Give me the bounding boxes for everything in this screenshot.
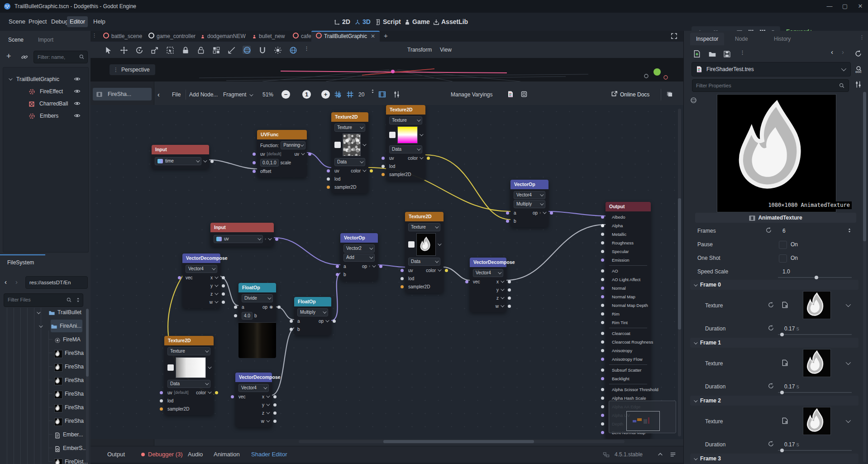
port-out[interactable] [222, 292, 225, 296]
output-port-row[interactable]: w [235, 417, 272, 425]
output-port-row[interactable]: y [182, 282, 220, 290]
node-title[interactable]: Output [606, 202, 651, 211]
save-resource-icon[interactable] [723, 50, 731, 58]
scene-tab-dodgemanNEW[interactable]: dodgemanNEW [200, 31, 246, 42]
viewport-menu-view[interactable]: View [440, 45, 452, 54]
input-select-row[interactable]: time [152, 156, 209, 167]
cursor-icon[interactable] [104, 46, 112, 54]
port-in[interactable] [601, 278, 604, 281]
scene-tab-game_controller[interactable]: game_controller [148, 31, 196, 42]
dropdown-row[interactable]: Texture [164, 347, 214, 356]
output-port-Normal[interactable]: Normal [606, 284, 651, 292]
open-docs-icon[interactable] [854, 65, 863, 73]
prop-value-Frames[interactable]: 6 [782, 226, 786, 235]
dropdown-row[interactable]: Texture [331, 123, 368, 132]
output-port-Normal Map[interactable]: Normal Map [606, 292, 651, 301]
new-resource-icon[interactable] [693, 50, 701, 58]
port-in[interactable] [253, 153, 256, 156]
dropdown-row[interactable]: Texture [386, 116, 425, 125]
section-Frame 2[interactable]: Frame 2 [690, 396, 858, 406]
edit-texture-icon[interactable] [782, 359, 788, 366]
menu-project[interactable]: Project [26, 16, 49, 27]
node-title[interactable]: VectorDecompose [470, 258, 506, 267]
editor-switch-3d[interactable]: 3D [354, 16, 371, 28]
load-resource-icon[interactable] [708, 50, 716, 58]
grid-toggle-icon[interactable] [346, 91, 354, 99]
port-in[interactable] [601, 414, 604, 417]
add-node-menu[interactable]: Add Node... [189, 90, 218, 100]
checkbox-Pause[interactable] [779, 241, 787, 249]
dropdown-row[interactable]: Vector4 [510, 191, 548, 200]
viewport-menu-transform[interactable]: Transform [407, 45, 432, 54]
fs-item-EmberS...[interactable]: EmberS... [54, 442, 89, 454]
node-title[interactable]: Texture2D [405, 212, 444, 221]
port-in[interactable] [601, 405, 604, 408]
port-in[interactable] [382, 165, 385, 168]
history-forward-icon[interactable]: › [842, 48, 844, 56]
shadernode-input-uv[interactable]: Input uv › [210, 223, 274, 247]
inspector-tab-Inspector[interactable]: Inspector [690, 33, 724, 45]
panel-list-icon[interactable] [670, 451, 676, 458]
node-title[interactable]: VectorOp [510, 180, 548, 189]
section-Frame 0[interactable]: Frame 0 [690, 280, 858, 290]
output-port-row[interactable]: z [470, 294, 506, 302]
prop-value-Speed Scale[interactable]: 1.0 [782, 267, 790, 276]
snap-spinner-icon[interactable] [370, 89, 378, 97]
shader-file-FireSha...[interactable]: FireSha... [93, 88, 152, 100]
maximize-button[interactable]: ▢ [837, 0, 853, 13]
output-port-row[interactable]: w [470, 302, 506, 310]
io-row[interactable]: uv[default]color [164, 388, 214, 397]
io-row[interactable]: aop◉ [238, 303, 276, 311]
node-title[interactable]: VectorDecompose [182, 254, 220, 263]
inspector-filter-input[interactable]: Filter Properties [692, 79, 849, 92]
port-out[interactable] [508, 297, 511, 300]
edit-texture-icon[interactable] [782, 417, 788, 424]
io-row[interactable]: vecx [182, 273, 220, 282]
float-panel-icon[interactable] [666, 91, 674, 99]
section-Frame 1[interactable]: Frame 1 [690, 338, 858, 348]
zoom-reset-button[interactable]: 1 [302, 90, 311, 99]
input-port-row[interactable]: b [510, 217, 548, 225]
dropdown-row[interactable]: Vector4 [182, 264, 220, 273]
output-port-Alpha Scissor Threshold[interactable]: Alpha Scissor Threshold [606, 385, 651, 394]
shadernode-vectordecompose-bottom[interactable]: VectorDecomposeVector4vecxyzw [235, 373, 272, 427]
port-out[interactable] [273, 403, 277, 407]
dropdown-row[interactable]: Multiply [294, 308, 331, 317]
output-port-row[interactable]: y [470, 286, 506, 294]
dropdown-row[interactable]: Divide [238, 294, 276, 303]
port-in[interactable] [601, 368, 604, 372]
port-out[interactable] [222, 276, 225, 279]
port-out[interactable] [308, 153, 311, 156]
preview-sphere-icon[interactable] [690, 97, 697, 104]
revert-icon[interactable] [768, 301, 774, 308]
fs-item-FireSha[interactable]: FireSha [54, 401, 89, 414]
section-Frame 3[interactable]: Frame 3 [690, 454, 858, 464]
filesystem-scrollbar[interactable] [86, 309, 89, 463]
texture-thumbnail[interactable] [408, 233, 440, 256]
group-icon[interactable] [212, 46, 220, 54]
duration-value[interactable]: 0.17 s [784, 382, 799, 391]
revert-icon[interactable] [768, 383, 774, 389]
port-in[interactable] [601, 241, 604, 244]
output-port-Specular[interactable]: Specular [606, 247, 651, 256]
frame-region-icon[interactable] [520, 91, 529, 99]
node-title[interactable]: VectorOp [340, 233, 378, 243]
port-in[interactable] [601, 258, 604, 262]
port-in[interactable] [601, 312, 604, 316]
port-out[interactable] [275, 238, 278, 241]
fs-item-FireMA[interactable]: FireMA [54, 333, 89, 346]
texture-thumbnail[interactable] [389, 126, 422, 144]
editor-switch-script[interactable]: Script [375, 16, 401, 28]
unlock-icon[interactable] [196, 46, 205, 54]
online-docs-button[interactable]: Online Docs [620, 90, 649, 100]
port-in[interactable] [601, 377, 604, 380]
port-out[interactable] [210, 160, 214, 163]
io-row[interactable]: aop› [510, 209, 548, 217]
filesystem-path[interactable]: res://assetsDT/En [25, 276, 88, 289]
port-in[interactable] [336, 273, 339, 276]
globe-icon[interactable] [289, 46, 297, 54]
history-back-icon[interactable]: ‹ [5, 278, 7, 286]
port-out[interactable] [508, 288, 511, 292]
port-in[interactable] [327, 169, 330, 172]
lock-icon[interactable] [181, 46, 189, 54]
